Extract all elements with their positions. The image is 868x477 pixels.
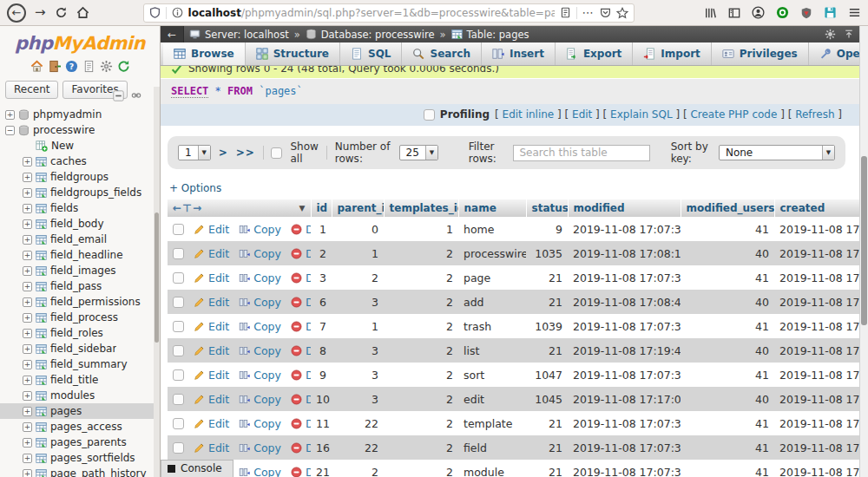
plus-expander-icon[interactable]: + [23,360,32,369]
copy-link[interactable]: Copy [239,441,281,454]
copy-link[interactable]: Copy [239,369,281,382]
column-header-name[interactable]: name [458,199,526,217]
edit-link[interactable]: Edit [194,247,229,260]
account-icon[interactable] [752,6,765,19]
delete-link[interactable]: Delete [291,223,311,236]
edit-link[interactable]: Edit [194,393,229,406]
plus-expander-icon[interactable]: + [23,329,32,338]
settings-gear-icon[interactable] [100,60,113,73]
last-page-button[interactable]: >> [236,147,255,159]
edit-link[interactable]: Edit [572,108,592,121]
copy-link[interactable]: Copy [239,223,281,236]
row-checkbox[interactable] [173,272,184,284]
edit-link[interactable]: Edit [194,296,229,309]
column-header-modified_users_id[interactable]: modified_users_id [681,199,774,217]
column-header-modified[interactable]: modified [568,199,681,217]
sidebar-item-page_path_history[interactable]: +page_path_history [0,466,160,477]
copy-link[interactable]: Copy [239,417,281,430]
recent-button[interactable]: Recent [5,81,58,99]
delete-link[interactable]: Delete [291,344,311,357]
sidebar-item-fieldgroups_fields[interactable]: +fieldgroups_fields [0,185,160,200]
phpmyadmin-logo[interactable]: phpMyAdmin [0,26,160,54]
site-info-icon[interactable] [172,7,183,18]
copy-link[interactable]: Copy [239,296,281,309]
column-header-parent_id[interactable]: parent_id [332,199,384,217]
sidebar-item-pages[interactable]: +pages [0,403,160,419]
delete-link[interactable]: Delete [291,393,311,406]
plus-expander-icon[interactable]: + [23,251,32,260]
page-actions-icon[interactable]: ⋯ [582,6,595,19]
sidebar-item-pages_access[interactable]: +pages_access [0,419,160,435]
delete-link[interactable]: Delete [291,441,311,454]
plus-expander-icon[interactable]: + [23,282,32,291]
page-select[interactable]: 1▼ [178,145,211,160]
sidebar-toggle-icon[interactable] [728,7,740,19]
row-checkbox[interactable] [173,248,184,259]
scroll-top-icon[interactable] [844,29,854,40]
url-text[interactable]: localhost/phpmyadmin/sql.php?server=1&db… [188,7,555,19]
plus-expander-icon[interactable]: + [23,438,32,448]
plus-expander-icon[interactable]: + [23,469,32,477]
plus-expander-icon[interactable]: + [23,454,32,463]
sidebar-item-pages_sortfields[interactable]: +pages_sortfields [0,450,160,466]
sidebar-item-field_images[interactable]: +field_images [0,263,160,278]
column-order-icon[interactable]: ←⊤→ [173,202,202,214]
save-page-icon[interactable] [824,6,837,19]
delete-link[interactable]: Delete [291,247,311,260]
breadcrumb-server[interactable]: Server: localhost [189,29,289,41]
copy-link[interactable]: Copy [239,466,281,477]
tab-insert[interactable]: Insert [482,42,556,65]
sort-caret-icon[interactable]: ▼ [299,204,306,212]
sidebar-item-pages_parents[interactable]: +pages_parents [0,435,160,450]
copy-link[interactable]: Copy [239,271,281,284]
refresh-icon[interactable] [117,60,130,73]
tab-sql[interactable]: SQL [340,42,403,65]
extension-green-icon[interactable] [776,6,789,19]
next-page-button[interactable]: > [219,147,228,159]
plus-expander-icon[interactable]: + [23,422,32,432]
sidebar-item-processwire[interactable]: −processwire [0,122,160,138]
row-checkbox[interactable] [173,442,184,454]
plus-expander-icon[interactable]: + [23,407,32,416]
main-scrollbar[interactable] [859,26,868,477]
profiling-checkbox[interactable] [424,109,435,121]
edit-link[interactable]: Edit [194,223,229,236]
console-tab[interactable]: Console [161,460,233,477]
reader-view-icon[interactable] [560,7,571,18]
browser-reload-icon[interactable] [55,6,68,19]
sidebar-item-fieldgroups[interactable]: +fieldgroups [0,169,160,185]
row-checkbox[interactable] [173,224,184,235]
plus-expander-icon[interactable]: + [23,173,32,182]
plus-expander-icon[interactable]: + [23,219,32,229]
sidebar-item-field_email[interactable]: +field_email [0,232,160,247]
row-checkbox[interactable] [173,418,184,429]
delete-link[interactable]: Delete [291,369,311,382]
tab-structure[interactable]: Structure [246,42,340,65]
menu-icon[interactable] [848,6,861,19]
sidebar-item-field_title[interactable]: +field_title [0,372,160,388]
plus-expander-icon[interactable]: + [23,297,32,307]
sidebar-item-field_roles[interactable]: +field_roles [0,325,160,341]
delete-link[interactable]: Delete [291,320,311,333]
row-checkbox[interactable] [173,297,184,308]
plus-expander-icon[interactable]: + [23,266,32,276]
copy-link[interactable]: Copy [239,320,281,333]
edit-link[interactable]: Edit [194,320,229,333]
pocket-icon[interactable] [600,7,611,18]
num-rows-select[interactable]: 25▼ [399,145,438,160]
sidebar-item-field_sidebar[interactable]: +field_sidebar [0,341,160,356]
docs-icon[interactable] [82,60,95,73]
link-panel-icon[interactable] [130,90,142,101]
collapse-all-icon[interactable] [113,90,124,101]
tab-export[interactable]: Export [556,42,633,65]
page-settings-gear-icon[interactable] [825,29,836,40]
sidebar-item-field_summary[interactable]: +field_summary [0,356,160,372]
row-checkbox[interactable] [173,369,184,381]
copy-link[interactable]: Copy [239,247,281,260]
minus-expander-icon[interactable]: − [5,126,15,135]
row-checkbox[interactable] [173,394,184,405]
copy-link[interactable]: Copy [239,344,281,357]
sidebar-item-field_headline[interactable]: +field_headline [0,247,160,263]
column-header-id[interactable]: id [311,199,332,217]
column-order-header[interactable]: ←⊤→▼ [168,199,311,217]
